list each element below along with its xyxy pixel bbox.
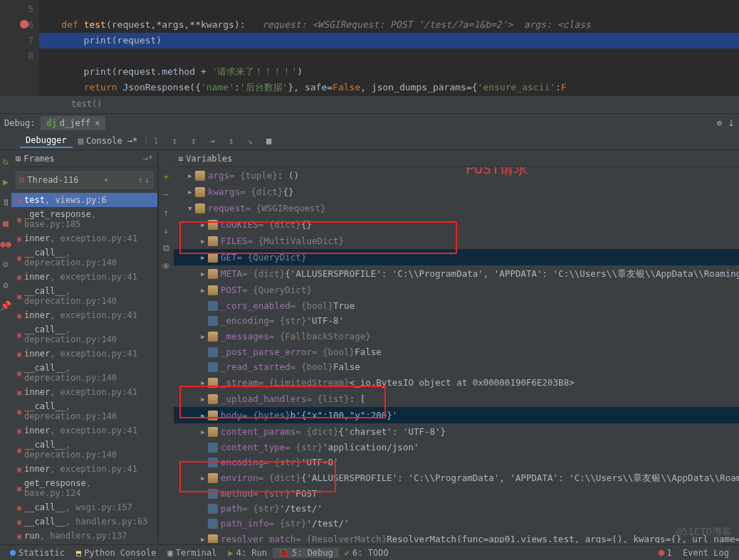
step-out-icon[interactable]: ↥ — [229, 136, 234, 146]
variable-row[interactable]: _cors_enabled = {bool} True — [174, 298, 739, 313]
step-into-icon[interactable]: ↧ — [172, 136, 177, 146]
statistic-tool[interactable]: Statistic — [4, 548, 70, 558]
frame-item[interactable]: ▣__call__, deprecation.py:140 — [11, 245, 157, 270]
variable-row[interactable]: _upload_handlers = {list} : [ — [174, 391, 739, 407]
up-icon[interactable]: ↑ — [164, 207, 169, 218]
duplicate-icon[interactable]: ⧉ — [163, 243, 169, 254]
expand-icon[interactable] — [198, 407, 208, 423]
rerun-icon[interactable]: ↻ — [3, 156, 9, 167]
frames-menu-icon[interactable]: →* — [143, 154, 153, 164]
frame-item[interactable]: ▣__call__, deprecation.py:140 — [11, 322, 157, 347]
variable-row[interactable]: POST = {QueryDict} — [174, 282, 739, 298]
console-tab[interactable]: ▤Console →* — [73, 134, 144, 147]
debug-config-tab[interactable]: djd_jeff× — [41, 116, 105, 130]
variable-row[interactable]: GET = {QueryDict} — [174, 249, 739, 265]
expand-icon[interactable] — [198, 531, 208, 543]
frame-item[interactable]: ▣_get_response, base.py:185 — [11, 207, 157, 231]
frame-item[interactable]: ▣test, views.py:6 — [11, 193, 157, 207]
debug-tool[interactable]: 🐞5: Debug — [273, 548, 339, 558]
frame-item[interactable]: ▣run, handlers.py:137 — [11, 529, 157, 543]
variable-row[interactable]: _read_started = {bool} False — [174, 359, 739, 374]
expand-icon[interactable] — [198, 249, 208, 265]
prev-frame-icon[interactable]: ↑ — [138, 175, 143, 185]
variable-row[interactable]: _stream = {LimitedStream} <_io.BytesIO o… — [174, 374, 739, 391]
variable-row[interactable]: body = {bytes} b'{"x":100,"y":200}' — [174, 407, 739, 423]
python-console-tool[interactable]: ⬒Python Console — [70, 548, 162, 558]
close-icon[interactable]: × — [95, 118, 100, 128]
variable-row[interactable]: _post_parse_error = {bool} False — [174, 344, 739, 359]
frame-item[interactable]: ▣__call__, deprecation.py:140 — [11, 361, 157, 385]
frame-list[interactable]: ▣test, views.py:6▣_get_response, base.py… — [11, 193, 157, 543]
frame-item[interactable]: ▣__call__, deprecation.py:140 — [11, 399, 157, 423]
step-into-my-icon[interactable]: ↧ — [191, 136, 196, 146]
variable-row[interactable]: kwargs = {dict} {} — [174, 184, 739, 200]
frame-item[interactable]: ▣inner, exception.py:41 — [11, 308, 157, 322]
pin-icon-2[interactable]: 📌 — [0, 300, 11, 311]
event-log[interactable]: 1 Event Log — [653, 548, 735, 558]
frame-item[interactable]: ▣__call__, deprecation.py:140 — [11, 438, 157, 462]
resume-icon[interactable]: ▶ — [3, 176, 9, 187]
view-breakpoints-icon[interactable]: ●● — [0, 238, 11, 249]
expand-icon[interactable] — [198, 423, 208, 440]
frame-item[interactable]: ▣inner, exception.py:41 — [11, 423, 157, 438]
variable-row[interactable]: FILES = {MultiValueDict} — [174, 233, 739, 249]
variable-row[interactable]: META = {dict} {'ALLUSERSPROFILE': 'C:\\P… — [174, 265, 739, 282]
pin-icon[interactable]: ⤓ — [728, 118, 735, 128]
variables-tree[interactable]: POST请求 args = {tuple} : ()kwargs = {dict… — [174, 167, 739, 543]
frame-item[interactable]: ▣inner, exception.py:41 — [11, 462, 157, 476]
variable-row[interactable]: _encoding = {str} 'UTF-8' — [174, 313, 739, 328]
expand-icon[interactable] — [198, 470, 208, 486]
frame-item[interactable]: ▣inner, exception.py:41 — [11, 385, 157, 399]
add-watch-icon[interactable]: + — [164, 171, 169, 182]
settings-icon[interactable]: ⚙ — [3, 280, 9, 290]
frame-item[interactable]: ▣get_response, base.py:124 — [11, 476, 157, 500]
variable-row[interactable]: COOKIES = {dict} {} — [174, 216, 739, 233]
run-to-cursor-icon[interactable]: ↘ — [247, 136, 252, 146]
expand-icon[interactable] — [198, 328, 208, 344]
todo-tool[interactable]: ✔6: TODO — [339, 548, 394, 558]
expand-icon[interactable] — [198, 282, 208, 298]
variable-row[interactable]: content_params = {dict} {'charset': 'UTF… — [174, 423, 739, 440]
expand-icon[interactable] — [185, 167, 195, 184]
code-area[interactable]: def test(request,*args,**kwargs): reques… — [39, 0, 739, 96]
run-tool[interactable]: ▶4: Run — [222, 548, 273, 558]
frame-item[interactable]: ▣inner, exception.py:41 — [11, 231, 157, 245]
stop-icon[interactable]: ■ — [3, 218, 9, 228]
evaluate-icon[interactable]: ▦ — [266, 136, 271, 146]
frame-item[interactable]: ▣inner, exception.py:41 — [11, 347, 157, 361]
expand-icon[interactable] — [185, 200, 195, 216]
variable-row[interactable]: content_type = {str} 'application/json' — [174, 440, 739, 455]
variable-row[interactable]: args = {tuple} : () — [174, 167, 739, 184]
expand-icon[interactable] — [198, 374, 208, 391]
force-step-icon[interactable]: ⇥ — [209, 136, 214, 146]
variable-row[interactable]: path = {str} '/test/' — [174, 501, 739, 516]
expand-icon[interactable] — [198, 391, 208, 407]
expand-icon[interactable] — [198, 265, 208, 282]
frame-item[interactable]: ▣__call__, deprecation.py:140 — [11, 284, 157, 308]
remove-watch-icon[interactable]: − — [164, 189, 169, 200]
step-over-icon[interactable]: ⤵ — [154, 136, 158, 146]
expand-icon[interactable] — [185, 184, 195, 200]
down-icon[interactable]: ↓ — [164, 225, 169, 236]
next-frame-icon[interactable]: ↓ — [145, 175, 150, 185]
thread-selector[interactable]: ⊟Thread-116 ▾ ↑↓ — [16, 171, 153, 189]
mute-breakpoints-icon[interactable]: ⊘ — [3, 259, 9, 270]
variable-row[interactable]: encoding = {str} 'UTF-8' — [174, 455, 739, 470]
pause-icon[interactable]: ⏸ — [1, 197, 11, 208]
debugger-tab[interactable]: Debugger — [20, 134, 73, 148]
variable-row[interactable]: environ = {dict} {'ALLUSERSPROFILE': 'C:… — [174, 470, 739, 486]
frame-item[interactable]: ▣__call__, wsgi.py:157 — [11, 500, 157, 514]
variable-row[interactable]: method = {str} 'POST' — [174, 486, 739, 501]
variable-row[interactable]: path_info = {str} '/test/' — [174, 516, 739, 531]
breakpoint-icon[interactable] — [20, 20, 28, 28]
frame-item[interactable]: ▣inner, exception.py:41 — [11, 270, 157, 284]
variable-row[interactable]: resolver_match = {ResolverMatch} Resolve… — [174, 531, 739, 543]
terminal-tool[interactable]: ▣Terminal — [162, 548, 222, 558]
frame-item[interactable]: ▣__call__, handlers.py:63 — [11, 514, 157, 529]
variable-row[interactable]: _messages = {FallbackStorage} — [174, 328, 739, 344]
expand-icon[interactable] — [198, 216, 208, 233]
show-watches-icon[interactable]: 👁 — [162, 261, 171, 272]
variable-row[interactable]: request = {WSGIRequest} — [174, 200, 739, 216]
gear-icon[interactable]: ⚙ — [717, 118, 722, 128]
expand-icon[interactable] — [198, 233, 208, 249]
